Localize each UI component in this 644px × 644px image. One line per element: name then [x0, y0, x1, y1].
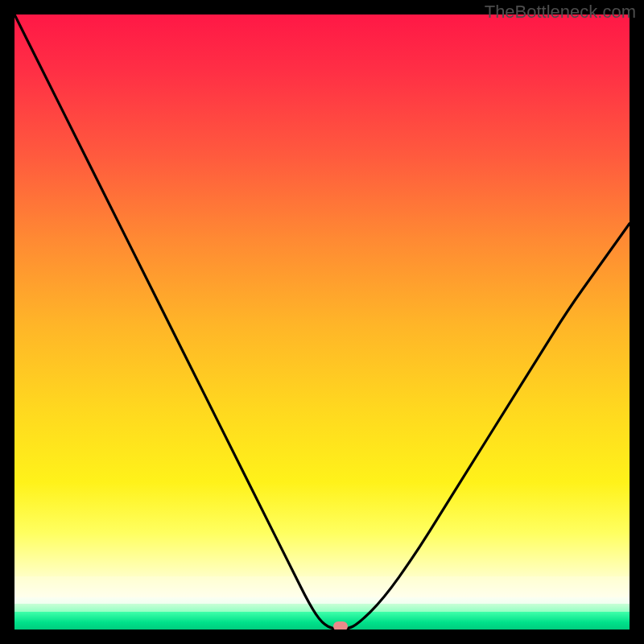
bottleneck-curve-path — [14, 14, 630, 630]
watermark-text: TheBottleneck.com — [485, 2, 636, 23]
optimum-marker — [333, 621, 348, 630]
chart-frame: TheBottleneck.com — [0, 0, 644, 644]
plot-area — [14, 14, 630, 630]
curve-svg — [14, 14, 630, 630]
